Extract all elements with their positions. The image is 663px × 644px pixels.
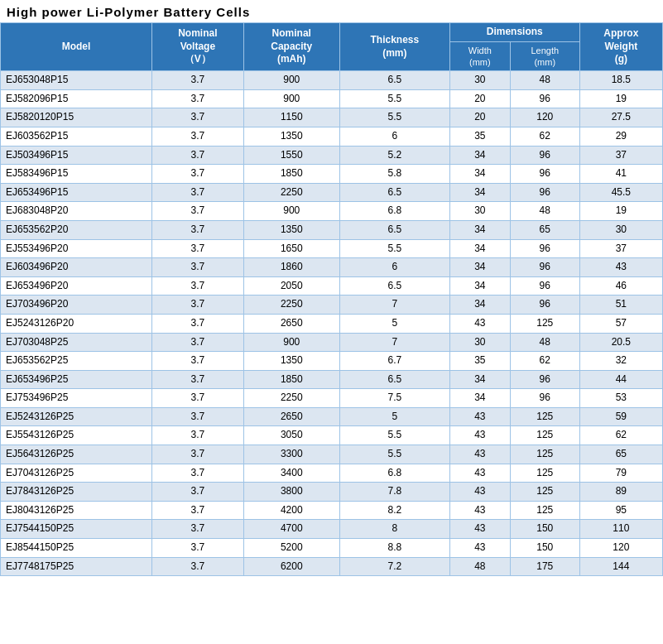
- cell-width: 34: [449, 296, 510, 315]
- cell-voltage: 3.7: [151, 183, 243, 202]
- cell-width: 43: [449, 539, 510, 558]
- cell-width: 20: [449, 89, 510, 108]
- cell-voltage: 3.7: [151, 483, 243, 502]
- cell-voltage: 3.7: [151, 520, 243, 539]
- cell-thickness: 5.2: [339, 146, 449, 165]
- cell-thickness: 6.5: [339, 71, 449, 90]
- cell-model: EJ8544150P25: [1, 539, 152, 558]
- cell-capacity: 900: [243, 71, 339, 90]
- cell-thickness: 7: [339, 333, 449, 352]
- cell-weight: 44: [579, 370, 662, 389]
- cell-weight: 144: [579, 557, 662, 576]
- cell-model: EJ653562P20: [1, 220, 152, 239]
- cell-capacity: 900: [243, 89, 339, 108]
- cell-capacity: 900: [243, 202, 339, 221]
- cell-thickness: 7.5: [339, 389, 449, 408]
- cell-width: 34: [449, 239, 510, 258]
- cell-weight: 37: [579, 239, 662, 258]
- table-row: EJ8043126P253.742008.24312595: [1, 501, 663, 520]
- cell-thickness: 6.8: [339, 202, 449, 221]
- cell-thickness: 6.8: [339, 464, 449, 483]
- cell-model: EJ503496P15: [1, 146, 152, 165]
- col-length: Length (mm): [510, 41, 579, 71]
- cell-voltage: 3.7: [151, 333, 243, 352]
- cell-voltage: 3.7: [151, 426, 243, 445]
- cell-capacity: 2650: [243, 407, 339, 426]
- cell-weight: 57: [579, 314, 662, 333]
- cell-width: 30: [449, 333, 510, 352]
- table-row: EJ653048P153.79006.5304818.5: [1, 71, 663, 90]
- cell-width: 43: [449, 520, 510, 539]
- cell-weight: 46: [579, 276, 662, 296]
- cell-length: 175: [510, 557, 579, 576]
- cell-capacity: 4700: [243, 520, 339, 539]
- cell-weight: 37: [579, 146, 662, 165]
- table-row: EJ7748175P253.762007.248175144: [1, 557, 663, 576]
- cell-model: EJ683048P20: [1, 202, 152, 221]
- cell-width: 34: [449, 276, 510, 296]
- cell-length: 96: [510, 258, 579, 277]
- cell-voltage: 3.7: [151, 501, 243, 520]
- cell-thickness: 5.5: [339, 89, 449, 108]
- table-row: EJ653562P203.713506.5346530: [1, 220, 663, 239]
- cell-length: 125: [510, 445, 579, 464]
- cell-capacity: 2250: [243, 183, 339, 202]
- cell-width: 20: [449, 108, 510, 127]
- cell-voltage: 3.7: [151, 127, 243, 146]
- cell-weight: 41: [579, 165, 662, 184]
- cell-capacity: 3800: [243, 483, 339, 502]
- cell-length: 125: [510, 501, 579, 520]
- table-row: EJ683048P203.79006.8304819: [1, 202, 663, 221]
- cell-thickness: 6.5: [339, 220, 449, 239]
- cell-width: 34: [449, 183, 510, 202]
- cell-voltage: 3.7: [151, 296, 243, 315]
- cell-width: 43: [449, 314, 510, 333]
- cell-thickness: 6.5: [339, 370, 449, 389]
- cell-length: 125: [510, 464, 579, 483]
- cell-voltage: 3.7: [151, 108, 243, 127]
- cell-length: 150: [510, 520, 579, 539]
- col-dimensions: Dimensions: [449, 23, 579, 42]
- cell-voltage: 3.7: [151, 314, 243, 333]
- cell-length: 120: [510, 108, 579, 127]
- cell-model: EJ5643126P25: [1, 445, 152, 464]
- cell-length: 96: [510, 276, 579, 296]
- cell-capacity: 2250: [243, 389, 339, 408]
- cell-thickness: 8.2: [339, 501, 449, 520]
- cell-width: 34: [449, 146, 510, 165]
- cell-voltage: 3.7: [151, 71, 243, 90]
- cell-voltage: 3.7: [151, 165, 243, 184]
- cell-thickness: 6.7: [339, 352, 449, 371]
- cell-capacity: 1550: [243, 146, 339, 165]
- cell-model: EJ583496P15: [1, 165, 152, 184]
- cell-weight: 53: [579, 389, 662, 408]
- cell-thickness: 8.8: [339, 539, 449, 558]
- table-row: EJ553496P203.716505.5349637: [1, 239, 663, 258]
- cell-length: 96: [510, 89, 579, 108]
- cell-length: 96: [510, 146, 579, 165]
- cell-length: 96: [510, 370, 579, 389]
- cell-thickness: 5.5: [339, 445, 449, 464]
- cell-thickness: 5.5: [339, 426, 449, 445]
- col-capacity: Nominal Capacity (mAh): [243, 23, 339, 71]
- cell-capacity: 5200: [243, 539, 339, 558]
- cell-width: 30: [449, 202, 510, 221]
- col-voltage: Nominal Voltage （V）: [151, 23, 243, 71]
- cell-model: EJ7544150P25: [1, 520, 152, 539]
- cell-voltage: 3.7: [151, 352, 243, 371]
- cell-weight: 59: [579, 407, 662, 426]
- cell-thickness: 7: [339, 296, 449, 315]
- cell-model: EJ753496P25: [1, 389, 152, 408]
- cell-voltage: 3.7: [151, 464, 243, 483]
- cell-voltage: 3.7: [151, 220, 243, 239]
- cell-width: 30: [449, 71, 510, 90]
- cell-model: EJ603562P15: [1, 127, 152, 146]
- cell-length: 125: [510, 407, 579, 426]
- cell-width: 34: [449, 370, 510, 389]
- cell-length: 62: [510, 352, 579, 371]
- cell-width: 43: [449, 426, 510, 445]
- cell-weight: 65: [579, 445, 662, 464]
- cell-model: EJ653496P20: [1, 276, 152, 296]
- cell-model: EJ7748175P25: [1, 557, 152, 576]
- cell-capacity: 3050: [243, 426, 339, 445]
